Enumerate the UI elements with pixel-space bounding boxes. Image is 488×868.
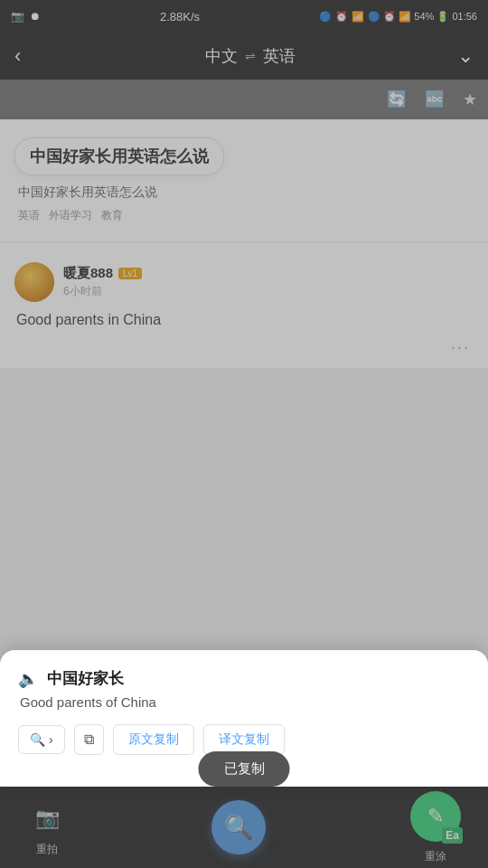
copy-icon-button[interactable]: ⧉ — [74, 724, 104, 755]
original-text: 中国好家长 — [47, 668, 124, 689]
speaker-icon[interactable]: 🔈 — [18, 669, 38, 689]
search-button[interactable]: 🔍 › — [18, 725, 65, 754]
translation-original-row: 🔈 中国好家长 — [18, 668, 470, 689]
search-icon: 🔍 — [30, 732, 45, 747]
search-arrow: › — [49, 732, 53, 747]
copy-original-button[interactable]: 原文复制 — [113, 724, 194, 755]
copy-translated-button[interactable]: 译文复制 — [203, 724, 285, 755]
translated-text: Good parents of China — [18, 694, 470, 710]
copied-toast: 已复制 — [199, 751, 290, 787]
copied-text: 已复制 — [224, 760, 265, 776]
action-buttons: 🔍 › ⧉ 原文复制 译文复制 — [18, 724, 470, 755]
copy-icon: ⧉ — [84, 731, 94, 748]
